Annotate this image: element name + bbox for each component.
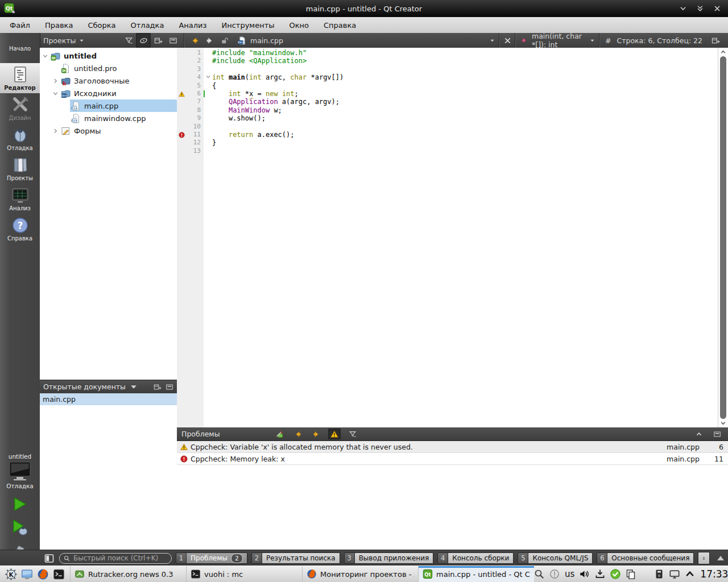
issue-row[interactable]: Cppcheck: Memory leak: xmain.cpp11 (177, 453, 728, 465)
issue-row[interactable]: Cppcheck: Variable 'x' is allocated memo… (177, 441, 728, 453)
toggle-sidebar-button[interactable] (44, 554, 54, 563)
tree-item-body[interactable]: C++main.cpp (70, 99, 177, 112)
terminal-launcher[interactable] (53, 568, 65, 580)
maximize-panel-button[interactable] (711, 429, 723, 439)
open-file-selector[interactable]: C++ main.cpp (234, 33, 499, 48)
expander-open-icon[interactable] (51, 90, 60, 97)
run-button[interactable] (11, 496, 28, 513)
pane-general-messages[interactable]: 6Основные сообщения (597, 552, 694, 564)
pane-search-results[interactable]: 2Результаты поиска (251, 552, 340, 564)
maximize-button[interactable] (696, 5, 704, 13)
tree-item-headers-folder[interactable]: hЗаголовочные (40, 74, 177, 87)
tree-item-sources-folder[interactable]: C++Исходники (40, 87, 177, 99)
next-issue-button[interactable] (310, 429, 322, 439)
display-settings-icon[interactable] (669, 569, 680, 579)
pane-app-output[interactable]: 3Вывод приложения (344, 552, 434, 564)
clock[interactable]: 17:33 (700, 568, 728, 580)
tree-item-body[interactable]: C++Исходники (60, 87, 177, 99)
projects-pane-selector[interactable]: Проекты (43, 36, 84, 45)
menu-debug[interactable]: Отладка (123, 18, 172, 32)
kde-menu-button[interactable]: K (5, 568, 17, 580)
split-pane-button[interactable] (151, 33, 166, 48)
close-pane-button[interactable] (166, 33, 180, 48)
tree-item-project-root[interactable]: Qtuntitled (40, 49, 177, 62)
keyboard-layout-indicator[interactable]: us (565, 569, 574, 579)
target-kit-icon[interactable] (8, 461, 32, 481)
show-desktop-button[interactable] (21, 568, 33, 580)
expander-closed-icon[interactable] (51, 128, 60, 134)
mode-welcome[interactable]: Начало (0, 33, 40, 63)
firefox-launcher[interactable] (37, 568, 49, 580)
filter-tree-button[interactable] (121, 33, 136, 48)
tree-item-untitled-pro[interactable]: Qtuntitled.pro (40, 62, 177, 74)
menu-build[interactable]: Сборка (80, 18, 123, 32)
expander-open-icon[interactable] (41, 53, 49, 59)
scroll-up-icon[interactable] (718, 49, 728, 55)
volume-icon[interactable] (580, 569, 590, 579)
go-forward-button[interactable] (202, 33, 217, 48)
tree-item-body[interactable]: Qtuntitled.pro (60, 62, 177, 74)
mode-editor[interactable]: Редактор (0, 63, 40, 93)
minimize-button[interactable] (679, 5, 687, 13)
expander-closed-icon[interactable] (51, 78, 60, 84)
build-target-selector[interactable]: untitledОтладка (6, 453, 34, 489)
pane-issues[interactable]: 1Проблемы2 (176, 552, 247, 564)
tree-item-main-cpp[interactable]: C++main.cpp (40, 99, 177, 112)
tree-item-body[interactable]: hЗаголовочные (60, 74, 177, 87)
mode-help[interactable]: ?Справка (0, 214, 40, 244)
status-ok-icon[interactable] (610, 569, 621, 579)
split-pane-button[interactable] (154, 383, 162, 391)
sync-with-editor-button[interactable] (136, 33, 151, 48)
fold-marker-icon[interactable] (205, 73, 211, 81)
show-output-button[interactable] (274, 429, 286, 439)
debug-run-button[interactable] (11, 519, 28, 536)
task-rutracker[interactable]: Rutracker.org news 0.3 (70, 566, 186, 582)
copy-pages-icon[interactable] (626, 569, 636, 579)
menu-help[interactable]: Справка (316, 18, 363, 32)
quick-search-box[interactable] (59, 553, 172, 564)
pane-qml-console[interactable]: 5Консоль QML/JS (518, 552, 593, 564)
code-editor[interactable]: 1#include "mainwindow.h"2#include <QAppl… (177, 48, 728, 427)
menu-tools[interactable]: Инструменты (214, 18, 282, 32)
tree-item-forms-folder[interactable]: Формы (40, 124, 177, 137)
collapse-panel-button[interactable] (693, 429, 705, 439)
error-mark-icon[interactable] (177, 131, 187, 139)
mode-projects[interactable]: Проекты (0, 153, 40, 184)
symbol-selector[interactable]: main(int, char *[]): int (516, 33, 599, 48)
open-documents-title[interactable]: Открытые документы (43, 383, 126, 391)
search-tray-icon[interactable] (534, 569, 544, 579)
tree-item-body[interactable]: Формы (60, 124, 177, 137)
open-document-item[interactable]: main.cpp (40, 393, 177, 405)
close-pane-button[interactable] (166, 383, 173, 391)
close-button[interactable] (713, 5, 721, 13)
filter-issues-button[interactable] (346, 429, 359, 439)
task-firefox[interactable]: Мониторинг проектов - ABP (302, 566, 418, 582)
lock-file-icon[interactable] (217, 33, 231, 48)
pane-compile-output[interactable]: 4Консоль сборки (437, 552, 514, 564)
previous-issue-button[interactable] (292, 429, 304, 439)
tree-item-body[interactable]: Qtuntitled (49, 49, 177, 62)
menu-file[interactable]: Файл (2, 18, 38, 32)
resize-handle-icon[interactable] (717, 556, 724, 560)
tree-item-mainwindow-cpp[interactable]: C++mainwindow.cpp (40, 112, 177, 124)
scrollbar-thumb[interactable] (720, 56, 726, 419)
clipboard-tool-icon[interactable] (595, 569, 605, 579)
menu-window[interactable]: Окно (282, 18, 316, 32)
expand-tray-icon[interactable] (685, 569, 695, 579)
warning-mark-icon[interactable] (177, 90, 187, 98)
mode-debug[interactable]: Отладка (0, 123, 40, 153)
mode-analyze[interactable]: Анализ (0, 184, 40, 214)
quick-search-input[interactable] (72, 554, 167, 563)
tree-item-body[interactable]: C++mainwindow.cpp (70, 112, 177, 124)
scroll-down-icon[interactable] (718, 420, 728, 426)
menu-analyze[interactable]: Анализ (171, 18, 214, 32)
editor-scrollbar[interactable] (718, 48, 728, 427)
task-mc[interactable]: vuohi : mc (186, 566, 302, 582)
task-qtcreator[interactable]: Qtmain.cpp - untitled - Qt Crea (418, 566, 534, 582)
menu-edit[interactable]: Правка (38, 18, 80, 32)
removable-device-icon[interactable] (654, 569, 664, 579)
go-back-button[interactable] (187, 33, 202, 48)
close-document-button[interactable] (500, 33, 515, 48)
split-editor-button[interactable] (708, 33, 723, 48)
notifications-icon[interactable] (549, 569, 560, 579)
